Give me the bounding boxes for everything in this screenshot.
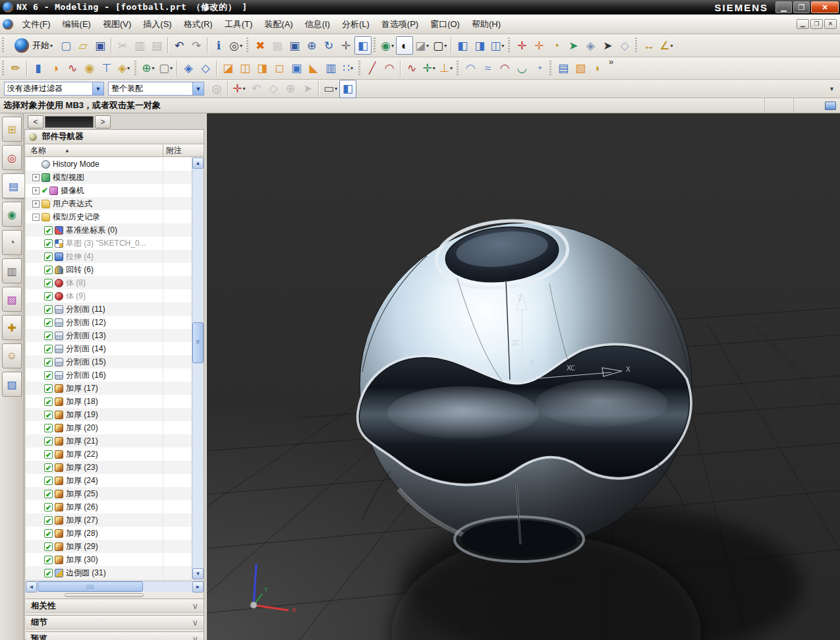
- open-file-button[interactable]: ▱: [74, 36, 92, 55]
- studio-spline-button[interactable]: ∿: [403, 59, 420, 78]
- panel-3[interactable]: 预览∨: [26, 631, 204, 640]
- tree-item[interactable]: ✔加厚 (20): [26, 421, 192, 434]
- dropdown-arrow-icon[interactable]: ▾: [170, 65, 173, 71]
- collapse-icon[interactable]: −: [32, 214, 40, 221]
- scroll-right-button[interactable]: ►: [192, 581, 204, 593]
- face-analysis-button[interactable]: ◪▾: [413, 36, 431, 55]
- scroll-up-button[interactable]: ▲: [192, 158, 204, 169]
- point-set-button[interactable]: ✛▾: [420, 59, 437, 78]
- feature-checkbox[interactable]: ✔: [44, 569, 53, 577]
- unite-button[interactable]: ◈: [180, 59, 197, 78]
- swept-button[interactable]: ◠: [496, 59, 513, 78]
- dropdown-arrow-icon[interactable]: ▾: [671, 43, 673, 49]
- menu-item-5[interactable]: 格式(R): [178, 16, 219, 32]
- pattern-feature-button[interactable]: ∷▾: [339, 59, 356, 78]
- tree-item[interactable]: ✔加厚 (24): [26, 474, 192, 487]
- toolbar-grip[interactable]: [246, 38, 250, 53]
- menu-item-8[interactable]: 信息(I): [299, 16, 336, 32]
- shaded-edges-button[interactable]: ◐: [396, 36, 413, 55]
- tree-item[interactable]: ✔分割面 (16): [26, 368, 192, 382]
- emboss-button[interactable]: ⊤: [98, 59, 115, 78]
- mdi-minimize-button[interactable]: ▁: [797, 19, 809, 29]
- show-plane-button[interactable]: ◨: [471, 36, 488, 55]
- feature-checkbox[interactable]: ✔: [44, 490, 53, 498]
- dropdown-arrow-icon[interactable]: ▾: [127, 65, 130, 71]
- tree-item[interactable]: ✔基准坐标系 (0): [26, 223, 192, 237]
- new-file-button[interactable]: ▢: [57, 36, 74, 55]
- assembly-navigator-tab[interactable]: ⊞: [2, 117, 22, 142]
- panel-sash-grip[interactable]: [65, 593, 144, 597]
- trim-body-button[interactable]: ◪: [219, 59, 237, 78]
- through-curves-button[interactable]: ≈: [479, 59, 496, 78]
- toolbar-grip[interactable]: [549, 61, 553, 76]
- toolbar-grip[interactable]: [1, 61, 5, 76]
- tree-item[interactable]: ✔体 (8): [26, 276, 192, 289]
- move-face-button[interactable]: ◈▾: [115, 59, 132, 78]
- revolve-button[interactable]: ◑: [47, 59, 64, 78]
- save-button[interactable]: ▣: [92, 36, 109, 55]
- menu-item-10[interactable]: 首选项(P): [376, 16, 424, 32]
- move-object-button[interactable]: ◈: [582, 36, 599, 55]
- show-datum-plane-button[interactable]: ◧: [454, 36, 471, 55]
- dropdown-arrow-icon[interactable]: ▾: [335, 86, 337, 92]
- chamfer-button[interactable]: ◣: [305, 59, 322, 78]
- tree-item[interactable]: ✔加厚 (29): [26, 540, 192, 553]
- feature-checkbox[interactable]: ✔: [44, 516, 53, 525]
- chevron-down-icon[interactable]: ∨: [192, 634, 198, 640]
- sweep-button[interactable]: ∿: [64, 59, 81, 78]
- tree-item[interactable]: ✔加厚 (25): [26, 487, 192, 500]
- history-palette-tab[interactable]: ◔: [2, 230, 22, 255]
- tree-item[interactable]: ✔加厚 (26): [26, 500, 192, 513]
- dropdown-arrow-icon[interactable]: ▾: [444, 43, 447, 49]
- datum-plane-button[interactable]: ▢▾: [157, 59, 175, 78]
- feature-checkbox[interactable]: ✔: [44, 542, 53, 551]
- tree-item[interactable]: ✔加厚 (17): [26, 382, 192, 395]
- panel-1[interactable]: 相关性∨: [26, 598, 204, 613]
- menu-item-1[interactable]: 文件(F): [16, 16, 57, 32]
- feature-checkbox[interactable]: ✔: [44, 411, 53, 419]
- feature-checkbox[interactable]: ✔: [44, 318, 53, 327]
- feature-checkbox[interactable]: ✔: [44, 529, 53, 538]
- tree-item[interactable]: ✔拉伸 (4): [26, 250, 192, 263]
- wizards-tab[interactable]: ✚: [2, 315, 22, 340]
- feature-checkbox[interactable]: ✔: [44, 279, 53, 287]
- feature-checkbox[interactable]: ✔: [44, 503, 53, 511]
- combo-dropdown-icon[interactable]: ▼: [92, 82, 103, 95]
- feature-checkbox[interactable]: ✔: [44, 437, 53, 446]
- measure-distance-button[interactable]: ↔: [640, 36, 658, 55]
- horizontal-scrollbar[interactable]: ◄ ►: [26, 581, 204, 592]
- tree-item[interactable]: +用户表达式: [26, 197, 192, 210]
- dropdown-arrow-icon[interactable]: ▾: [450, 65, 453, 71]
- minimize-button[interactable]: ▁: [775, 1, 792, 13]
- chevron-down-icon[interactable]: ∨: [192, 618, 198, 627]
- line-button[interactable]: ╱: [364, 59, 381, 78]
- tree-item[interactable]: ✔分割面 (12): [26, 316, 192, 329]
- feature-checkbox[interactable]: ✔: [44, 556, 53, 564]
- tree-item[interactable]: ✔分割面 (15): [26, 355, 192, 368]
- marquee-select-button[interactable]: ▭▾: [322, 80, 339, 98]
- menu-item-6[interactable]: 工具(T): [219, 16, 259, 32]
- scroll-thumb[interactable]: [38, 581, 143, 592]
- rotate-view-button[interactable]: ↻: [320, 36, 337, 55]
- tab-prev-button[interactable]: <: [28, 115, 43, 129]
- tree-item[interactable]: −模型历史记录: [26, 210, 192, 223]
- tree-item[interactable]: ✔加厚 (21): [26, 434, 192, 448]
- deselect-button[interactable]: ◇: [616, 36, 633, 55]
- column-header-name[interactable]: 名称: [25, 145, 46, 156]
- feature-checkbox[interactable]: ✔: [44, 252, 53, 261]
- tree-item[interactable]: ✔体 (9): [26, 289, 192, 303]
- toolbar-grip[interactable]: [134, 61, 138, 76]
- pan-button[interactable]: ✛: [337, 36, 354, 55]
- wcs-dynamics-button[interactable]: ✛: [530, 36, 547, 55]
- dropdown-arrow-icon[interactable]: ▾: [501, 43, 504, 49]
- scenes-tab[interactable]: ▧: [2, 372, 22, 397]
- mdi-close-button[interactable]: ✕: [824, 19, 837, 29]
- intersect-button[interactable]: ◇: [197, 59, 214, 78]
- sew-button[interactable]: ◡: [513, 59, 530, 78]
- feature-checkbox[interactable]: ✔: [44, 239, 53, 248]
- snap-point-button[interactable]: ✛▾: [231, 80, 248, 98]
- tab-next-button[interactable]: >: [95, 115, 111, 129]
- feature-checkbox[interactable]: ✔: [44, 226, 53, 235]
- feature-checkbox[interactable]: ✔: [44, 477, 53, 485]
- patch-button[interactable]: ◗: [589, 59, 606, 78]
